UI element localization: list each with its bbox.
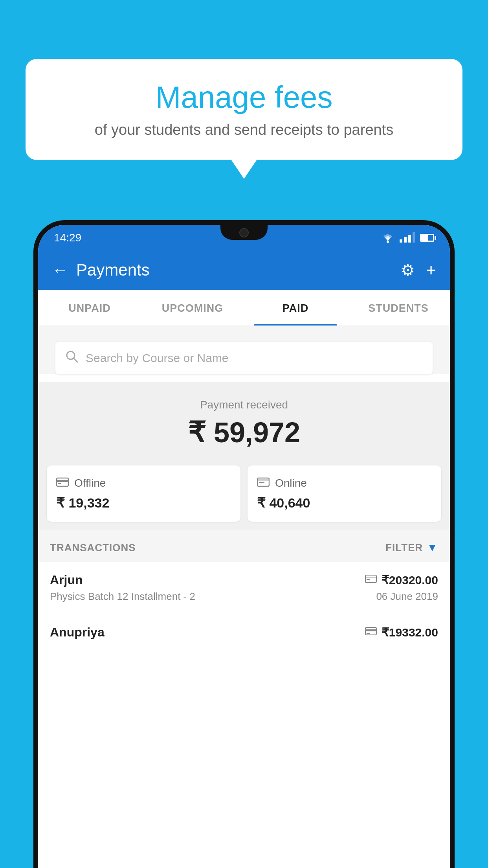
svg-rect-11 xyxy=(367,579,370,580)
transactions-list: Arjun ₹20320.00 Physics Batch 1 xyxy=(38,562,450,654)
online-amount: ₹ 40,640 xyxy=(257,495,432,511)
offline-amount: ₹ 19,332 xyxy=(56,495,231,511)
search-bar[interactable]: Search by Course or Name xyxy=(55,342,433,374)
filter-icon: ▼ xyxy=(427,541,438,554)
settings-icon[interactable]: ⚙ xyxy=(401,261,415,279)
transaction-amount-wrap: ₹19332.00 xyxy=(365,625,438,639)
transaction-course: Physics Batch 12 Installment - 2 xyxy=(50,590,195,603)
front-camera xyxy=(239,228,249,237)
filter-button[interactable]: FILTER ▼ xyxy=(385,541,438,554)
filter-label: FILTER xyxy=(385,542,423,554)
app-bar-actions: ⚙ + xyxy=(401,260,436,280)
search-icon xyxy=(65,350,79,366)
svg-rect-14 xyxy=(367,633,370,634)
speech-bubble-title: Manage fees xyxy=(49,81,439,114)
phone-notch xyxy=(220,225,268,240)
transaction-type-icon xyxy=(365,626,377,638)
svg-point-0 xyxy=(387,241,389,243)
tab-upcoming[interactable]: UPCOMING xyxy=(141,290,244,326)
payment-cards-row: Offline ₹ 19,332 Online ₹ 40,640 xyxy=(38,465,450,530)
transaction-amount-wrap: ₹20320.00 xyxy=(365,573,438,587)
svg-rect-5 xyxy=(58,483,61,484)
svg-rect-13 xyxy=(365,629,376,631)
transaction-name: Anupriya xyxy=(50,625,105,640)
offline-payment-card: Offline ₹ 19,332 xyxy=(47,465,240,522)
online-payment-card: Online ₹ 40,640 xyxy=(248,465,441,522)
offline-card-header: Offline xyxy=(56,476,231,489)
payment-received-section: Payment received ₹ 59,972 xyxy=(38,382,450,465)
transaction-amount: ₹20320.00 xyxy=(382,573,438,587)
online-label: Online xyxy=(275,477,307,489)
wifi-icon xyxy=(381,232,395,243)
table-row[interactable]: Arjun ₹20320.00 Physics Batch 1 xyxy=(38,562,450,614)
speech-bubble: Manage fees of your students and send re… xyxy=(26,59,462,160)
transactions-label: TRANSACTIONS xyxy=(50,542,136,554)
offline-icon xyxy=(56,476,69,489)
search-placeholder: Search by Course or Name xyxy=(86,351,229,365)
signal-icon xyxy=(400,233,415,243)
payment-received-label: Payment received xyxy=(50,399,438,411)
tab-students[interactable]: STUDENTS xyxy=(347,290,450,326)
transaction-top-row: Arjun ₹20320.00 xyxy=(50,573,438,587)
transaction-name: Arjun xyxy=(50,573,83,587)
transaction-type-icon xyxy=(365,574,377,586)
transactions-header: TRANSACTIONS FILTER ▼ xyxy=(38,530,450,562)
speech-bubble-subtitle: of your students and send receipts to pa… xyxy=(49,121,439,138)
svg-rect-3 xyxy=(57,478,68,486)
transaction-date: 06 June 2019 xyxy=(376,590,438,603)
phone-mockup: 14:29 xyxy=(33,220,455,868)
back-button[interactable]: ← xyxy=(52,261,68,280)
svg-rect-4 xyxy=(57,480,68,482)
tab-paid[interactable]: PAID xyxy=(244,290,347,326)
speech-bubble-container: Manage fees of your students and send re… xyxy=(26,59,462,160)
online-card-header: Online xyxy=(257,476,432,489)
add-icon[interactable]: + xyxy=(426,260,436,280)
svg-rect-9 xyxy=(365,575,376,583)
table-row[interactable]: Anupriya ₹19332.00 xyxy=(38,614,450,654)
tabs-bar: UNPAID UPCOMING PAID STUDENTS xyxy=(38,290,450,326)
status-icons xyxy=(381,232,434,243)
status-time: 14:29 xyxy=(54,232,81,244)
app-bar: ← Payments ⚙ + xyxy=(38,250,450,290)
transaction-bottom-row: Physics Batch 12 Installment - 2 06 June… xyxy=(50,590,438,603)
tab-unpaid[interactable]: UNPAID xyxy=(38,290,141,326)
svg-line-2 xyxy=(73,358,77,362)
transaction-top-row: Anupriya ₹19332.00 xyxy=(50,625,438,640)
transaction-amount: ₹19332.00 xyxy=(382,625,438,639)
app-bar-title: Payments xyxy=(76,261,401,280)
svg-rect-8 xyxy=(259,482,264,483)
offline-label: Offline xyxy=(74,477,106,489)
online-icon xyxy=(257,476,270,489)
battery-icon xyxy=(420,234,434,242)
phone-screen: 14:29 xyxy=(38,225,450,868)
payment-received-amount: ₹ 59,972 xyxy=(50,416,438,449)
